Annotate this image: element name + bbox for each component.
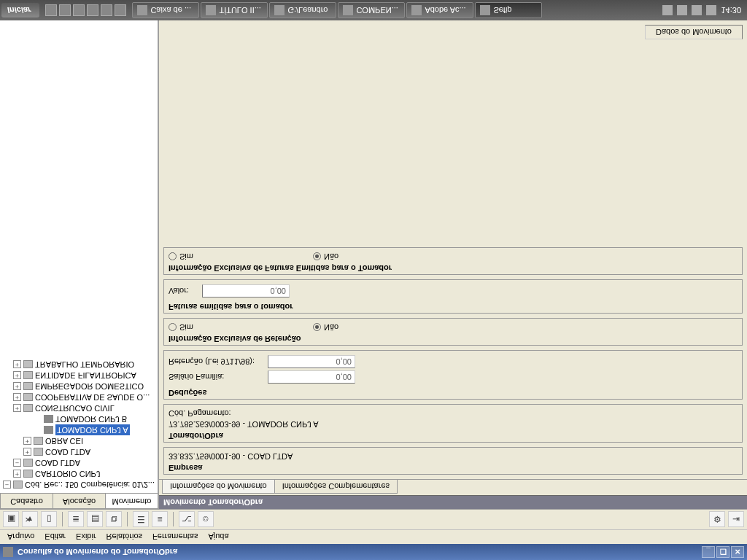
tree-entidade[interactable]: ENTIDADE FILANTROPICA xyxy=(35,370,136,381)
valor-label: Valor: xyxy=(169,287,198,295)
group-tomador: Tomador/Obra 73.785.263/0003-99 - TOMADO… xyxy=(163,404,743,443)
folder-icon xyxy=(34,437,43,445)
taskbar-item-label: COMPEN... xyxy=(356,6,398,15)
tree-trabalho[interactable]: TRABALHO TEMPORARIO xyxy=(35,359,134,370)
tool-align-icon[interactable]: ≡ xyxy=(152,512,168,528)
group-info-retencao: Informação Exclusiva de Retenção Sim Não xyxy=(163,318,743,346)
dados-movimento-button[interactable]: Dados do Movimento xyxy=(645,25,743,39)
leaf-icon xyxy=(44,415,53,423)
app-icon xyxy=(137,5,147,15)
tool-stack-icon[interactable]: ≣ xyxy=(68,512,84,528)
taskbar-item[interactable]: Caixa de ... xyxy=(132,2,199,18)
menu-relatorios[interactable]: Relatórios xyxy=(102,532,147,543)
window-title: Consulta do Movimento do Tomador/Obra xyxy=(18,548,177,556)
valor-input[interactable] xyxy=(202,284,290,298)
tray-icon[interactable] xyxy=(662,5,673,15)
app-icon xyxy=(480,5,490,15)
legend-tomador: Tomador/Obra xyxy=(169,432,738,440)
close-button[interactable]: ✕ xyxy=(731,546,744,558)
minimize-button[interactable]: _ xyxy=(702,546,715,558)
tree-view[interactable]: −Cód. Rec.: 150 Competência: 01/2... +CA… xyxy=(0,20,158,493)
app-icon xyxy=(3,547,13,557)
tray-icon[interactable] xyxy=(706,5,716,15)
tool-page-icon[interactable]: ▯ xyxy=(41,512,57,528)
tree-empregador[interactable]: EMPREGADOR DOMESTICO xyxy=(35,381,144,392)
leaf-icon xyxy=(44,426,53,434)
menu-arquivo[interactable]: Arquivo xyxy=(3,532,39,543)
tool-open-icon[interactable]: ▾✕ xyxy=(22,512,38,528)
menu-ferramentas[interactable]: Ferramentas xyxy=(148,532,202,543)
folder-icon xyxy=(23,360,33,368)
tool-copy-icon[interactable]: ⧉ xyxy=(106,512,122,528)
tool-new-icon[interactable]: ▣ xyxy=(3,512,19,528)
folder-icon xyxy=(23,382,33,390)
sidebar-tab-cadastro[interactable]: Cadastro xyxy=(0,494,53,509)
retencao-input[interactable] xyxy=(268,355,355,368)
menu-ajuda[interactable]: Ajuda xyxy=(204,532,233,543)
tool-person-icon[interactable]: ☺ xyxy=(198,512,214,528)
tool-list-icon[interactable]: ☰ xyxy=(133,512,149,528)
radio-ret-nao[interactable] xyxy=(313,324,321,332)
app-icon xyxy=(274,5,285,15)
sidebar-tab-movimento[interactable]: Movimento xyxy=(105,494,158,509)
legend-empresa: Empresa xyxy=(169,464,738,472)
radio-fat-nao[interactable] xyxy=(313,253,321,261)
group-faturas: Faturas emitidas para o tomador Valor: xyxy=(163,279,743,314)
tray-icon[interactable] xyxy=(692,5,702,15)
tree-construcao[interactable]: CONSTRUCAO CIVIL xyxy=(35,402,115,413)
taskbar-item[interactable]: TÍTULO II... xyxy=(201,2,268,18)
radio-fat-sim[interactable] xyxy=(169,253,177,261)
taskbar-item[interactable]: COMPEN... xyxy=(338,2,405,18)
quicklaunch-icon[interactable] xyxy=(59,4,71,16)
quicklaunch-icon[interactable] xyxy=(87,4,98,16)
legend-faturas: Faturas emitidas para o tomador xyxy=(169,303,738,311)
folder-icon xyxy=(23,393,33,401)
folder-icon xyxy=(34,448,43,456)
salario-familia-label: Salário Família: xyxy=(169,373,263,381)
toolbar: ▣ ▾✕ ▯ ≣ ▤ ⧉ ☰ ≡ ⌥ ☺ ⚙ ⇥ xyxy=(0,509,747,529)
tree-cooperativa[interactable]: COOPERATIVA DE SAUDE O... xyxy=(35,392,150,402)
menu-exibir[interactable]: Exibir xyxy=(71,532,101,543)
taskbar-item-label: TÍTULO II... xyxy=(219,6,260,15)
tree-tomador-a[interactable]: TOMADOR CNPJ A xyxy=(55,424,130,435)
tray-icon[interactable] xyxy=(677,5,687,15)
radio-fat-nao-label: Não xyxy=(324,252,338,261)
tree-obra[interactable]: OBRA CEI xyxy=(45,435,83,446)
folder-icon xyxy=(23,470,33,478)
tree-coad2[interactable]: COAD LTDA xyxy=(45,446,90,457)
cod-pagamento-label: Cód. Pagamento: xyxy=(169,409,231,418)
radio-ret-sim[interactable] xyxy=(169,324,177,332)
folder-icon xyxy=(23,404,33,412)
menu-bar: Arquivo Editar Exibir Relatórios Ferrame… xyxy=(0,529,747,544)
quicklaunch-icon[interactable] xyxy=(73,4,85,16)
tree-coad[interactable]: COAD LTDA xyxy=(35,457,80,468)
tool-link-icon[interactable]: ⚙ xyxy=(709,512,725,528)
taskbar-item[interactable]: G:/Leandro xyxy=(269,2,336,18)
tool-report-icon[interactable]: ▤ xyxy=(87,512,103,528)
salario-familia-input[interactable] xyxy=(268,370,355,384)
app-icon xyxy=(206,5,216,15)
tree-root[interactable]: Cód. Rec.: 150 Competência: 01/2... xyxy=(25,479,155,490)
taskbar: Iniciar Caixa de ... TÍTULO II... G:/Lea… xyxy=(0,0,747,20)
app-icon xyxy=(411,5,422,15)
retencao-label: Retenção (Lei 9711/98): xyxy=(169,357,263,366)
folder-icon xyxy=(23,371,33,379)
tree-tomador-b[interactable]: TOMADOR CNPJ B xyxy=(55,413,127,424)
radio-ret-nao-label: Não xyxy=(324,323,338,332)
menu-editar[interactable]: Editar xyxy=(40,532,70,543)
folder-icon xyxy=(13,481,23,489)
tab-info-movimento[interactable]: Informações do Movimento xyxy=(162,480,275,494)
taskbar-item-active[interactable]: Sefip xyxy=(475,2,542,18)
maximize-button[interactable]: ❐ xyxy=(716,546,729,558)
title-bar: Consulta do Movimento do Tomador/Obra _ … xyxy=(0,544,747,560)
quicklaunch-icon[interactable] xyxy=(115,4,126,16)
sidebar-tab-alocacao[interactable]: Alocação xyxy=(53,494,106,509)
tab-info-complementares[interactable]: Informações Complementares xyxy=(274,480,398,494)
tool-tree-icon[interactable]: ⌥ xyxy=(179,512,195,528)
start-button[interactable]: Iniciar xyxy=(1,3,39,18)
quicklaunch-icon[interactable] xyxy=(101,4,112,16)
quicklaunch-icon[interactable] xyxy=(45,4,57,16)
tree-cartorio[interactable]: CARTORIO CNPJ xyxy=(35,468,100,479)
taskbar-item[interactable]: Adobe Ac... xyxy=(406,2,473,18)
tool-exit-icon[interactable]: ⇥ xyxy=(728,512,744,528)
